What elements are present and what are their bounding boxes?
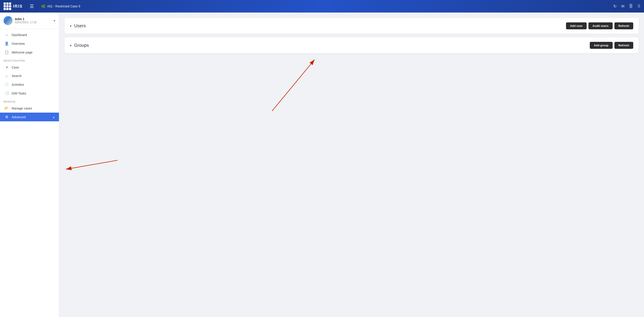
navbar: IRIS ☰ 🌿 #31 - Restricted Case 9 ↻ ✉ 🗄 ⠿ bbox=[0, 0, 644, 12]
welcome-icon: 📋 bbox=[4, 50, 9, 54]
users-title: Users bbox=[74, 23, 563, 28]
users-actions: Add user Audit users Refresh bbox=[566, 22, 633, 29]
add-group-button[interactable]: Add group bbox=[590, 42, 613, 49]
users-card-header: ▾ Users Add user Audit users Refresh bbox=[64, 18, 638, 34]
dim-tasks-icon: 📑 bbox=[4, 91, 9, 95]
case-title: 🌿 #31 - Restricted Case 9 bbox=[41, 4, 80, 8]
section-manage: MANAGE bbox=[0, 98, 59, 104]
groups-chevron[interactable]: ▾ bbox=[70, 44, 72, 47]
sidebar-item-case[interactable]: ✦ Case bbox=[0, 63, 59, 72]
users-card: ▾ Users Add user Audit users Refresh bbox=[64, 18, 638, 34]
groups-actions: Add group Refresh bbox=[590, 42, 633, 49]
sidebar-item-manage-cases[interactable]: 📂 Manage cases bbox=[0, 104, 59, 113]
hamburger-button[interactable]: ☰ bbox=[28, 2, 36, 11]
annotation-arrows bbox=[59, 12, 644, 317]
audit-users-button[interactable]: Audit users bbox=[588, 22, 613, 29]
search-icon: ⌕ bbox=[4, 74, 9, 78]
mail-icon[interactable]: ✉ bbox=[621, 4, 624, 9]
navbar-right: ↻ ✉ 🗄 ⠿ bbox=[613, 4, 640, 9]
sidebar-label-welcome: Welcome page bbox=[12, 51, 32, 54]
groups-card: ▾ Groups Add group Refresh bbox=[64, 37, 638, 53]
case-icon: ✦ bbox=[4, 65, 9, 69]
svg-line-3 bbox=[272, 59, 314, 111]
advanced-icon: ⚙ bbox=[4, 115, 9, 119]
database-icon[interactable]: 🗄 bbox=[629, 4, 633, 9]
section-investigation: INVESTIGATION bbox=[0, 57, 59, 63]
sidebar-item-advanced[interactable]: ⚙ Advanced ▴ bbox=[0, 113, 59, 121]
refresh-icon[interactable]: ↻ bbox=[613, 4, 617, 9]
sidebar-label-advanced: Advanced bbox=[12, 115, 26, 119]
sidebar-item-overview[interactable]: 👤 Overview bbox=[0, 39, 59, 48]
grid-icon[interactable]: ⠿ bbox=[638, 4, 640, 9]
sidebar-user: Adm 1 02/01/2023, 17:29 ▾ bbox=[0, 12, 59, 29]
logo: IRIS bbox=[4, 2, 23, 10]
advanced-chevron: ▴ bbox=[53, 115, 54, 119]
users-chevron[interactable]: ▾ bbox=[70, 24, 72, 28]
sidebar-item-dashboard[interactable]: ⌂ Dashboard bbox=[0, 31, 59, 39]
groups-card-header: ▾ Groups Add group Refresh bbox=[64, 37, 638, 53]
sidebar-label-dashboard: Dashboard bbox=[12, 33, 27, 37]
sidebar-item-activities[interactable]: 📄 Activities bbox=[0, 80, 59, 89]
sidebar: Adm 1 02/01/2023, 17:29 ▾ ⌂ Dashboard 👤 … bbox=[0, 12, 59, 317]
activities-icon: 📄 bbox=[4, 82, 9, 87]
logo-icon bbox=[4, 2, 11, 10]
sidebar-label-case: Case bbox=[12, 66, 19, 69]
sidebar-label-manage-cases: Manage cases bbox=[12, 107, 32, 110]
svg-line-2 bbox=[66, 160, 118, 169]
logo-text: IRIS bbox=[13, 4, 23, 9]
groups-title: Groups bbox=[74, 43, 587, 48]
overview-icon: 👤 bbox=[4, 41, 9, 46]
sidebar-label-search: Search bbox=[12, 74, 22, 78]
sidebar-label-activities: Activities bbox=[12, 83, 24, 86]
avatar bbox=[4, 16, 12, 25]
user-info: Adm 1 02/01/2023, 17:29 bbox=[15, 17, 51, 24]
sidebar-label-overview: Overview bbox=[12, 42, 25, 45]
username: Adm 1 bbox=[15, 17, 51, 21]
user-date: 02/01/2023, 17:29 bbox=[15, 21, 51, 24]
add-user-button[interactable]: Add user bbox=[566, 22, 587, 29]
sidebar-label-dim-tasks: DIM Tasks bbox=[12, 92, 26, 95]
sidebar-nav: ⌂ Dashboard 👤 Overview 📋 Welcome page IN… bbox=[0, 29, 59, 123]
manage-cases-icon: 📂 bbox=[4, 106, 9, 110]
sidebar-item-welcome[interactable]: 📋 Welcome page bbox=[0, 48, 59, 57]
sidebar-item-search[interactable]: ⌕ Search bbox=[0, 72, 59, 80]
leaf-icon: 🌿 bbox=[41, 4, 46, 8]
main-content: ▾ Users Add user Audit users Refresh ▾ G… bbox=[59, 12, 644, 317]
groups-refresh-button[interactable]: Refresh bbox=[614, 42, 633, 49]
users-refresh-button[interactable]: Refresh bbox=[614, 22, 633, 29]
dashboard-icon: ⌂ bbox=[4, 33, 9, 37]
sidebar-item-dim-tasks[interactable]: 📑 DIM Tasks bbox=[0, 89, 59, 98]
user-dropdown[interactable]: ▾ bbox=[54, 18, 55, 23]
